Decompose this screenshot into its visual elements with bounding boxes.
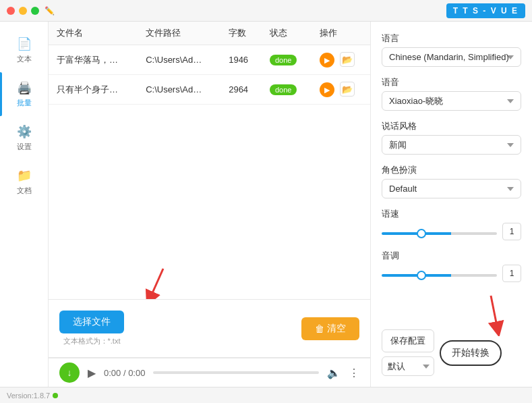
- sidebar-settings-label: 设置: [17, 142, 32, 152]
- rate-slider-container: [382, 225, 497, 238]
- file-name-2: 只有半个身子…: [49, 75, 138, 105]
- player-bar: ↓ ▶ 0:00 / 0:00 🔈 ⋮: [49, 357, 370, 387]
- role-select[interactable]: Default: [382, 179, 521, 198]
- voice-section: 语音 Xiaoxiao-晓晓: [382, 76, 521, 111]
- bottom-action-bar: 选择文件 文本格式为：*.txt 🗑 清空: [49, 299, 370, 357]
- voice-label: 语音: [382, 76, 521, 88]
- sidebar-docs-label: 文档: [17, 186, 32, 196]
- pitch-slider-row: 1: [382, 265, 521, 282]
- file-name-1: 于富华落马，…: [49, 45, 138, 75]
- close-button[interactable]: [7, 7, 15, 15]
- minimize-button[interactable]: [19, 7, 27, 15]
- text-icon: 📄: [17, 36, 32, 51]
- file-path-2: C:\Users\Ad…: [138, 75, 220, 105]
- voice-select[interactable]: Xiaoxiao-晓晓: [382, 91, 521, 111]
- pitch-value: 1: [502, 265, 521, 282]
- rate-label: 语速: [382, 208, 521, 220]
- version-text: Version:1.8.7: [7, 392, 50, 400]
- select-file-button[interactable]: 选择文件: [59, 311, 124, 333]
- start-convert-button[interactable]: 开始转换: [440, 340, 502, 366]
- settings-icon: ⚙️: [17, 124, 32, 139]
- rate-section: 语速 1: [382, 208, 521, 240]
- sidebar-batch-label: 批量: [17, 98, 32, 108]
- bottom-action-wrapper: 选择文件 文本格式为：*.txt 🗑 清空: [49, 299, 370, 357]
- edit-icon: ✏️: [45, 6, 55, 16]
- time-display: 0:00 / 0:00: [104, 368, 145, 378]
- sidebar: 📄 文本 🖨️ 批量 ⚙️ 设置 📁 文档: [0, 22, 49, 387]
- rate-value: 1: [502, 223, 521, 240]
- save-config-button[interactable]: 保存配置: [382, 329, 434, 352]
- sidebar-item-settings[interactable]: ⚙️ 设置: [0, 116, 48, 160]
- version-bar: Version:1.8.7: [0, 387, 532, 403]
- docs-icon: 📁: [17, 168, 32, 183]
- file-chars-2: 2964: [220, 75, 262, 105]
- sidebar-item-batch[interactable]: 🖨️ 批量: [0, 72, 48, 116]
- panel-bottom: 保存配置 默认 开始转换: [382, 329, 521, 376]
- rate-slider-row: 1: [382, 223, 521, 240]
- style-section: 说话风格 新闻: [382, 120, 521, 155]
- progress-bar[interactable]: [153, 371, 319, 374]
- style-label: 说话风格: [382, 120, 521, 132]
- traffic-lights: [7, 7, 39, 15]
- volume-icon[interactable]: 🔈: [327, 367, 341, 379]
- col-header-action: 操作: [312, 22, 370, 45]
- folder-action-btn-1[interactable]: 📂: [340, 52, 355, 67]
- play-action-btn-2[interactable]: ▶: [320, 82, 334, 97]
- pitch-label: 音调: [382, 250, 521, 262]
- language-select[interactable]: Chinese (Mandarin, Simplified): [382, 47, 521, 67]
- save-config-area: 保存配置 默认: [382, 329, 434, 376]
- status-badge-done-2: done: [270, 84, 297, 95]
- role-section: 角色扮演 Default: [382, 164, 521, 198]
- play-button[interactable]: ▶: [88, 367, 96, 379]
- role-label: 角色扮演: [382, 164, 521, 176]
- arrow-start-convert: [454, 292, 508, 336]
- folder-action-btn-2[interactable]: 📂: [340, 82, 355, 97]
- clear-label: 清空: [327, 323, 346, 335]
- col-header-status: 状态: [262, 22, 312, 45]
- more-options-icon[interactable]: ⋮: [349, 367, 359, 379]
- select-file-area: 选择文件 文本格式为：*.txt: [59, 311, 124, 346]
- status-badge-done-1: done: [270, 55, 297, 65]
- content-area: 文件名 文件路径 字数 状态 操作 于富华落马，… C:\Users\Ad…: [49, 22, 370, 387]
- sidebar-text-label: 文本: [17, 54, 32, 64]
- active-indicator: [0, 72, 2, 116]
- download-button[interactable]: ↓: [59, 362, 80, 383]
- language-section: 语言 Chinese (Mandarin, Simplified): [382, 32, 521, 67]
- version-status-dot: [53, 393, 58, 398]
- pitch-slider[interactable]: [382, 274, 497, 277]
- col-header-name: 文件名: [49, 22, 138, 45]
- col-header-path: 文件路径: [138, 22, 220, 45]
- default-select[interactable]: 默认: [382, 356, 434, 376]
- file-actions-1: ▶ 📂: [312, 45, 370, 75]
- pitch-section: 音调 1: [382, 250, 521, 282]
- file-format-hint: 文本格式为：*.txt: [63, 336, 121, 346]
- table-section: 文件名 文件路径 字数 状态 操作 于富华落马，… C:\Users\Ad…: [49, 22, 370, 299]
- table-row: 于富华落马，… C:\Users\Ad… 1946 done ▶ 📂: [49, 45, 370, 75]
- file-actions-2: ▶ 📂: [312, 75, 370, 105]
- language-label: 语言: [382, 32, 521, 45]
- play-action-btn-1[interactable]: ▶: [320, 53, 334, 68]
- maximize-button[interactable]: [31, 7, 39, 15]
- style-select[interactable]: 新闻: [382, 135, 521, 155]
- panel-bottom-wrapper: 保存配置 默认 开始转换: [382, 329, 521, 376]
- pitch-slider-container: [382, 267, 497, 279]
- sidebar-item-docs[interactable]: 📁 文档: [0, 160, 48, 204]
- table-row: 只有半个身子… C:\Users\Ad… 2964 done ▶ 📂: [49, 75, 370, 105]
- main-layout: 📄 文本 🖨️ 批量 ⚙️ 设置 📁 文档: [0, 22, 532, 387]
- batch-icon: 🖨️: [17, 80, 32, 95]
- col-header-chars: 字数: [220, 22, 262, 45]
- clear-button[interactable]: 🗑 清空: [301, 317, 359, 340]
- file-path-1: C:\Users\Ad…: [138, 45, 220, 75]
- rate-slider[interactable]: [382, 232, 497, 235]
- file-status-2: done: [262, 75, 312, 105]
- trash-icon: 🗑: [315, 323, 324, 334]
- title-bar: ✏️ T T S - V U E: [0, 0, 532, 22]
- app-brand: T T S - V U E: [446, 3, 525, 18]
- right-panel: 语言 Chinese (Mandarin, Simplified) 语音 Xia…: [370, 22, 532, 387]
- sidebar-item-text[interactable]: 📄 文本: [0, 28, 48, 72]
- file-status-1: done: [262, 45, 312, 75]
- file-chars-1: 1946: [220, 45, 262, 75]
- file-table: 文件名 文件路径 字数 状态 操作 于富华落马，… C:\Users\Ad…: [49, 22, 370, 105]
